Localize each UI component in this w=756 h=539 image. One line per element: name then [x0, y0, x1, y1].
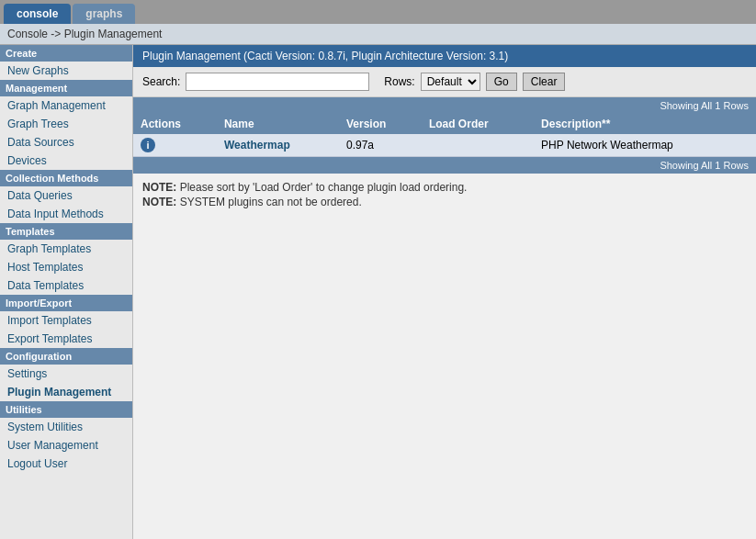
sidebar: CreateNew GraphsManagementGraph Manageme… — [0, 45, 133, 539]
col-description[interactable]: Description** — [534, 114, 756, 134]
sidebar-item-host-templates[interactable]: Host Templates — [0, 258, 132, 276]
sidebar-item-data-sources[interactable]: Data Sources — [0, 133, 132, 152]
tab-console[interactable]: console — [4, 4, 71, 24]
sidebar-header-management: Management — [0, 80, 132, 96]
search-input[interactable] — [186, 73, 369, 91]
sidebar-item-logout-user[interactable]: Logout User — [0, 455, 132, 473]
row-loadorder — [422, 134, 534, 157]
sidebar-item-settings[interactable]: Settings — [0, 365, 132, 383]
sidebar-item-new-graphs[interactable]: New Graphs — [0, 62, 132, 80]
sidebar-header-templates: Templates — [0, 223, 132, 240]
plugin-table: Showing All 1 Rows Actions Name Version … — [133, 97, 756, 174]
showing-count-top: Showing All 1 Rows — [133, 97, 756, 114]
row-version: 0.97a — [339, 134, 422, 157]
breadcrumb-text: Console -> Plugin Management — [7, 28, 162, 40]
rows-select[interactable]: Default — [421, 73, 480, 91]
notes-section: NOTE: Please sort by 'Load Order' to cha… — [133, 174, 756, 218]
sidebar-item-plugin-management[interactable]: Plugin Management — [0, 383, 132, 401]
sidebar-item-system-utilities[interactable]: System Utilities — [0, 418, 132, 436]
info-icon[interactable]: i — [141, 138, 155, 152]
search-label: Search: — [142, 75, 180, 88]
sidebar-item-data-queries[interactable]: Data Queries — [0, 186, 132, 205]
sidebar-item-graph-management[interactable]: Graph Management — [0, 96, 132, 115]
sidebar-item-graph-trees[interactable]: Graph Trees — [0, 115, 132, 133]
sidebar-header-collection-methods: Collection Methods — [0, 170, 132, 186]
content-area: Plugin Management (Cacti Version: 0.8.7i… — [133, 45, 756, 539]
sidebar-item-export-templates[interactable]: Export Templates — [0, 330, 132, 348]
clear-button[interactable]: Clear — [523, 73, 566, 91]
sidebar-item-devices[interactable]: Devices — [0, 152, 132, 170]
table-header-row: Actions Name Version Load Order Descript… — [133, 114, 756, 134]
row-description: PHP Network Weathermap — [534, 134, 756, 157]
search-bar: Search: Rows: Default Go Clear — [133, 67, 756, 97]
sidebar-item-data-input-methods[interactable]: Data Input Methods — [0, 205, 132, 223]
note-1: NOTE: Please sort by 'Load Order' to cha… — [142, 181, 747, 194]
sidebar-header-import/export: Import/Export — [0, 295, 132, 311]
showing-count-bottom: Showing All 1 Rows — [133, 157, 756, 174]
showing-row-bottom: Showing All 1 Rows — [133, 157, 756, 174]
sidebar-item-data-templates[interactable]: Data Templates — [0, 276, 132, 295]
top-nav: console graphs — [0, 0, 756, 24]
breadcrumb: Console -> Plugin Management — [0, 24, 756, 45]
showing-row-top: Showing All 1 Rows — [133, 97, 756, 114]
col-loadorder[interactable]: Load Order — [422, 114, 534, 134]
sidebar-item-import-templates[interactable]: Import Templates — [0, 311, 132, 330]
col-version[interactable]: Version — [339, 114, 422, 134]
sidebar-item-graph-templates[interactable]: Graph Templates — [0, 240, 132, 258]
table-row: i Weathermap 0.97a PHP Network Weatherma… — [133, 134, 756, 157]
sidebar-header-create: Create — [0, 45, 132, 62]
sidebar-header-utilities: Utilities — [0, 401, 132, 418]
content-title: Plugin Management — [142, 50, 241, 62]
col-name[interactable]: Name — [217, 114, 339, 134]
content-subtitle: (Cacti Version: 0.8.7i, Plugin Architect… — [243, 50, 508, 62]
content-header: Plugin Management (Cacti Version: 0.8.7i… — [133, 45, 756, 67]
tab-graphs[interactable]: graphs — [73, 4, 135, 24]
row-name: Weathermap — [217, 134, 339, 157]
sidebar-item-user-management[interactable]: User Management — [0, 436, 132, 455]
rows-label: Rows: — [384, 75, 414, 88]
main-layout: CreateNew GraphsManagementGraph Manageme… — [0, 45, 756, 539]
col-actions: Actions — [133, 114, 217, 134]
note-2: NOTE: SYSTEM plugins can not be ordered. — [142, 196, 747, 208]
sidebar-header-configuration: Configuration — [0, 348, 132, 365]
plugin-link-weathermap[interactable]: Weathermap — [224, 139, 290, 152]
row-icon: i — [133, 134, 217, 157]
go-button[interactable]: Go — [486, 73, 517, 91]
